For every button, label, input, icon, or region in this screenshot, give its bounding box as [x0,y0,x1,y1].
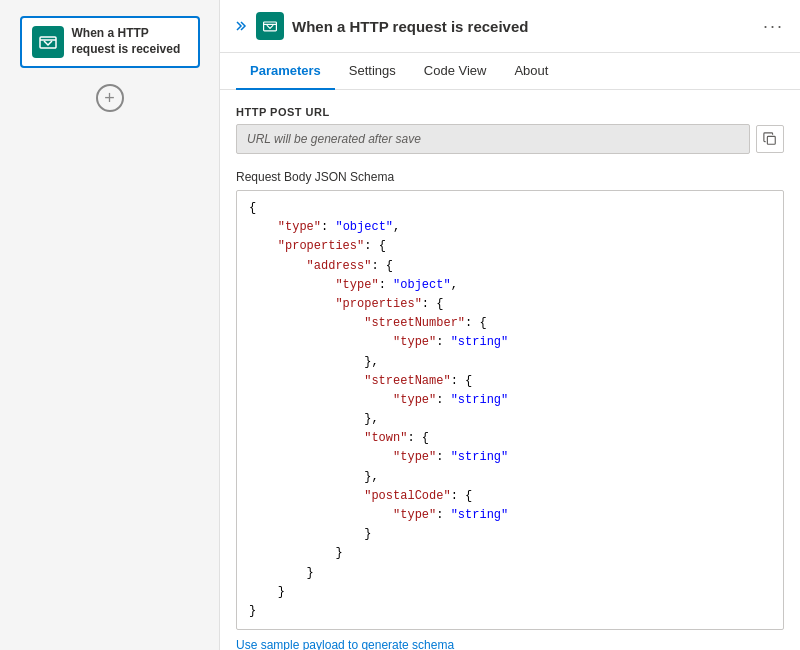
json-line: "town": { [249,429,771,448]
svg-rect-1 [264,22,277,31]
json-line: "streetNumber": { [249,314,771,333]
url-field-row: URL will be generated after save [236,124,784,154]
json-line: "type": "object", [249,276,771,295]
sidebar: When a HTTP request is received + [0,0,220,650]
json-line: "type": "string" [249,333,771,352]
schema-label: Request Body JSON Schema [236,170,784,184]
json-line: "address": { [249,257,771,276]
http-post-url-label: HTTP POST URL [236,106,784,118]
json-line: } [249,583,771,602]
json-line: "properties": { [249,295,771,314]
add-step-button[interactable]: + [96,84,124,112]
http-trigger-icon [38,32,58,52]
json-line: "type": "object", [249,218,771,237]
json-schema-editor[interactable]: { "type": "object", "properties": { "add… [236,190,784,630]
sample-payload-link[interactable]: Use sample payload to generate schema [236,638,454,650]
json-line: }, [249,353,771,372]
add-button-container: + [96,84,124,112]
expand-icon[interactable] [232,18,248,34]
json-line: }, [249,468,771,487]
url-input: URL will be generated after save [236,124,750,154]
tab-code-view[interactable]: Code View [410,53,501,90]
svg-rect-2 [767,136,775,144]
json-line: "properties": { [249,237,771,256]
panel-header: When a HTTP request is received ··· [220,0,800,53]
more-options-button[interactable]: ··· [763,16,784,37]
json-line: "type": "string" [249,448,771,467]
header-icon-bg [256,12,284,40]
json-line: "streetName": { [249,372,771,391]
json-line: "type": "string" [249,391,771,410]
panel-content: HTTP POST URL URL will be generated afte… [220,90,800,650]
trigger-label: When a HTTP request is received [72,26,188,57]
json-line: "type": "string" [249,506,771,525]
tab-about[interactable]: About [500,53,562,90]
json-line: } [249,564,771,583]
trigger-card[interactable]: When a HTTP request is received [20,16,200,68]
json-line: }, [249,410,771,429]
copy-icon [763,132,777,146]
json-line: } [249,602,771,621]
json-line: { [249,199,771,218]
json-line: } [249,525,771,544]
svg-rect-0 [40,37,56,48]
panel-title: When a HTTP request is received [292,18,755,35]
json-line: "postalCode": { [249,487,771,506]
copy-url-button[interactable] [756,125,784,153]
trigger-icon-bg [32,26,64,58]
tab-parameters[interactable]: Parameters [236,53,335,90]
json-line: } [249,544,771,563]
main-panel: When a HTTP request is received ··· Para… [220,0,800,650]
tab-settings[interactable]: Settings [335,53,410,90]
tabs-bar: Parameters Settings Code View About [220,53,800,90]
header-http-icon [262,18,278,34]
